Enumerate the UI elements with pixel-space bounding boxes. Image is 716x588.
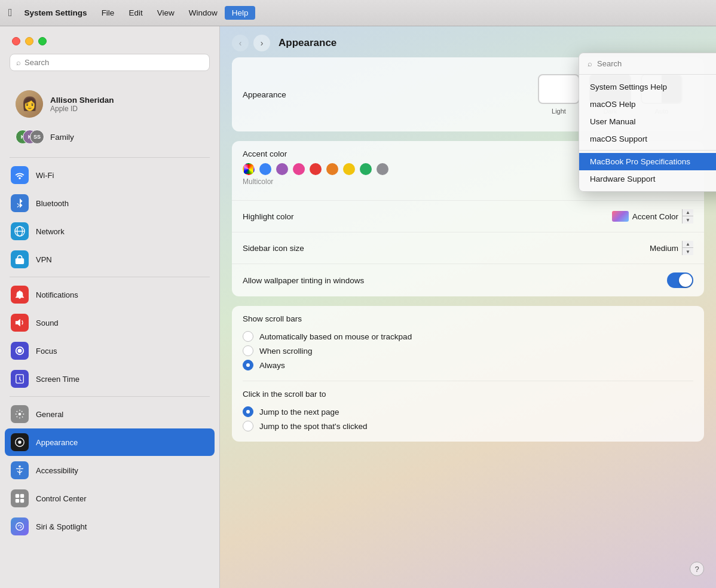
sidebar-item-bluetooth[interactable]: Bluetooth — [5, 189, 215, 217]
menu-edit[interactable]: Edit — [121, 6, 149, 20]
menu-app-name[interactable]: System Settings — [17, 6, 94, 20]
search-icon: ⌕ — [16, 58, 21, 67]
back-button[interactable]: ‹ — [232, 35, 249, 51]
app-window: ⌕ 👩 Allison Sheridan Apple ID K — [0, 26, 716, 588]
sidebar-item-siri[interactable]: Siri & Spotlight — [5, 513, 215, 540]
family-item[interactable]: K K SS Family — [10, 122, 210, 151]
sidebar-item-label: Wi-Fi — [36, 171, 54, 180]
sidebar-item-network[interactable]: Network — [5, 218, 215, 245]
wallpaper-toggle[interactable] — [667, 272, 693, 288]
sidebar-item-sound[interactable]: Sound — [5, 309, 215, 336]
jump-spot-radio[interactable] — [243, 421, 253, 431]
sidebar-item-label: Bluetooth — [36, 199, 69, 208]
help-item-macos-support[interactable]: macOS Support — [579, 130, 716, 148]
multicolor-label: Multicolor — [243, 175, 273, 192]
accent-red[interactable] — [310, 163, 322, 175]
svg-point-7 — [19, 466, 21, 468]
sidebar-item-label: General — [36, 410, 63, 419]
general-icon — [11, 405, 29, 423]
sidebar-item-label: Control Center — [36, 494, 87, 503]
scroll-settings-card: Show scroll bars Automatically based on … — [232, 306, 704, 442]
jump-next-radio[interactable] — [243, 406, 253, 417]
siri-icon — [11, 517, 29, 535]
sidebar-scroll[interactable]: 👩 Allison Sheridan Apple ID K K SS Famil… — [0, 78, 219, 588]
sidebar-item-label: Network — [36, 227, 65, 236]
maximize-button[interactable] — [38, 37, 47, 45]
scroll-when-scrolling-item[interactable]: When scrolling — [243, 344, 693, 358]
minimize-button[interactable] — [25, 37, 33, 45]
screentime-icon — [11, 370, 29, 388]
click-scroll-bar-group: Click in the scroll bar to Jump to the n… — [232, 381, 704, 442]
svg-rect-10 — [16, 499, 19, 503]
sidebar-item-appearance[interactable]: Appearance — [5, 428, 215, 456]
help-search-input[interactable] — [597, 59, 716, 68]
accent-graphite[interactable] — [377, 163, 388, 175]
sidebar-item-notifications[interactable]: Notifications — [5, 281, 215, 308]
scroll-auto-radio[interactable] — [243, 331, 253, 342]
sidebar: ⌕ 👩 Allison Sheridan Apple ID K — [0, 26, 220, 588]
highlight-color-pill — [612, 211, 629, 222]
page-title: Appearance — [279, 37, 336, 49]
sidebar-item-controlcenter[interactable]: Control Center — [5, 485, 215, 512]
jump-next-label: Jump to the next page — [259, 408, 339, 416]
sidebar-item-wifi[interactable]: Wi-Fi — [5, 161, 215, 189]
help-menu-search-box[interactable]: ⌕ — [579, 53, 716, 75]
sidebar-item-general[interactable]: General — [5, 400, 215, 428]
appearance-light-label: Light — [552, 108, 566, 115]
help-item-macos-help[interactable]: macOS Help — [579, 96, 716, 113]
jump-spot-item[interactable]: Jump to the spot that's clicked — [243, 419, 693, 433]
menu-view[interactable]: View — [150, 6, 182, 20]
sidebar-item-vpn[interactable]: VPN — [5, 246, 215, 273]
scroll-always-item[interactable]: Always — [243, 358, 693, 372]
size-stepper-down[interactable]: ▼ — [683, 248, 693, 255]
size-stepper-up[interactable]: ▲ — [683, 241, 693, 248]
highlight-stepper[interactable]: ▲ ▼ — [682, 209, 693, 223]
help-item-user-manual[interactable]: User Manual — [579, 113, 716, 130]
family-avatar-3: SS — [30, 130, 44, 144]
forward-button[interactable]: › — [253, 35, 270, 51]
help-item-macbook-specs[interactable]: MacBook Pro Specifications — [579, 153, 716, 170]
help-search-icon: ⌕ — [588, 59, 592, 68]
sidebar-item-label: VPN — [36, 255, 52, 264]
appearance-label: Appearance — [243, 90, 527, 99]
sidebar-icon-size-value[interactable]: Medium ▲ ▼ — [650, 241, 693, 255]
sidebar-item-accessibility[interactable]: Accessibility — [5, 457, 215, 484]
menu-help[interactable]: Help — [225, 6, 256, 20]
help-item-system-help[interactable]: System Settings Help — [579, 78, 716, 96]
help-item-hardware-support[interactable]: Hardware Support — [579, 170, 716, 188]
search-input[interactable] — [25, 58, 203, 67]
sidebar-size-text: Medium — [650, 244, 678, 253]
stepper-up[interactable]: ▲ — [683, 209, 693, 216]
jump-next-page-item[interactable]: Jump to the next page — [243, 405, 693, 419]
highlight-color-value[interactable]: Accent Color ▲ ▼ — [612, 209, 693, 223]
menu-window[interactable]: Window — [182, 6, 225, 20]
scroll-auto-item[interactable]: Automatically based on mouse or trackpad — [243, 329, 693, 344]
close-button[interactable] — [12, 37, 20, 45]
user-profile-item[interactable]: 👩 Allison Sheridan Apple ID — [10, 85, 210, 122]
help-button[interactable]: ? — [690, 562, 704, 576]
search-box[interactable]: ⌕ — [10, 54, 210, 71]
focus-icon — [11, 342, 29, 360]
help-menu-divider — [579, 150, 716, 151]
menu-file[interactable]: File — [94, 6, 122, 20]
stepper-down[interactable]: ▼ — [683, 216, 693, 223]
appearance-light[interactable]: Light — [538, 74, 580, 115]
accent-blue[interactable] — [259, 163, 271, 175]
accent-purple[interactable] — [276, 163, 288, 175]
family-avatars: K K SS — [16, 127, 43, 146]
size-stepper[interactable]: ▲ ▼ — [682, 241, 693, 255]
sidebar-item-focus[interactable]: Focus — [5, 337, 215, 365]
sidebar-item-label: Accessibility — [36, 466, 78, 475]
wallpaper-tinting-row: Allow wallpaper tinting in windows — [232, 264, 704, 296]
accent-orange[interactable] — [326, 163, 338, 175]
vpn-icon — [11, 250, 29, 268]
accent-multicolor[interactable] — [243, 163, 255, 175]
scroll-always-radio[interactable] — [243, 360, 253, 370]
accent-yellow[interactable] — [343, 163, 355, 175]
click-scroll-bar-title: Click in the scroll bar to — [243, 390, 693, 399]
accent-pink[interactable] — [293, 163, 305, 175]
sidebar-item-screentime[interactable]: Screen Time — [5, 365, 215, 393]
help-menu: ⌕ System Settings Help macOS Help User M… — [579, 53, 716, 192]
accent-green[interactable] — [360, 163, 372, 175]
scroll-when-radio[interactable] — [243, 345, 253, 356]
